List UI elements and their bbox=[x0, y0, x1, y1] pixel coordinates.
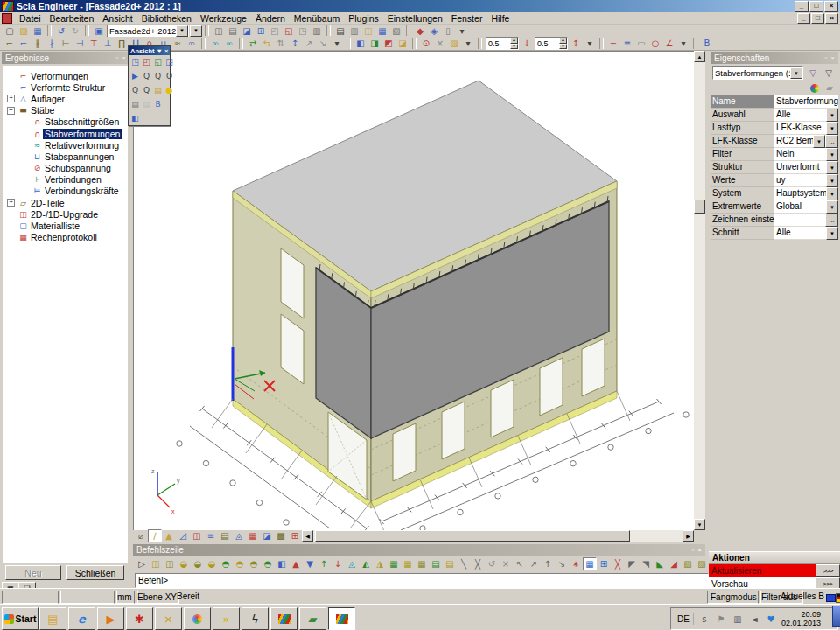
toolbar-icon[interactable]: × bbox=[433, 37, 447, 50]
winamp-icon[interactable]: ϟ bbox=[242, 607, 269, 630]
toolbar-icon[interactable]: ◣ bbox=[653, 557, 667, 570]
toolbar-icon[interactable]: ◩ bbox=[382, 37, 396, 50]
view-tool-icon[interactable]: ▤ bbox=[152, 84, 164, 96]
toolbar-icon[interactable]: ▤ bbox=[443, 557, 457, 570]
media-player-icon[interactable]: ▶ bbox=[97, 607, 124, 630]
toolbar-icon[interactable]: ◨ bbox=[368, 37, 382, 50]
toolbar-icon[interactable]: ⇆ bbox=[260, 37, 274, 50]
toolbar-icon[interactable]: ↗ bbox=[527, 557, 541, 570]
scale-spinner-1[interactable]: 0.5 ▲▼ bbox=[486, 37, 519, 50]
toolbar-icon[interactable]: ◧ bbox=[275, 557, 289, 570]
property-value[interactable]: uy bbox=[774, 174, 826, 187]
view-tool-icon[interactable]: Q bbox=[130, 84, 141, 96]
menu-item-hilfe[interactable]: Hilfe bbox=[486, 13, 514, 24]
toolbar-icon[interactable]: ▾ bbox=[455, 24, 469, 38]
toolbar-icon[interactable]: ◓ bbox=[233, 557, 247, 570]
scale-spinner-2[interactable]: 0.5 ▲▼ bbox=[535, 37, 568, 50]
toolbar-icon[interactable]: ▤ bbox=[429, 557, 443, 570]
toolbar-icon[interactable]: ▼ bbox=[303, 557, 317, 570]
open-icon[interactable]: ▨ bbox=[17, 24, 31, 38]
toolbar-icon[interactable]: ▨ bbox=[447, 37, 461, 50]
close-icon[interactable]: × bbox=[164, 47, 168, 55]
toolbar-icon[interactable]: ∏ bbox=[115, 37, 129, 50]
toolbar-icon[interactable]: ∦ bbox=[31, 37, 45, 50]
property-value[interactable] bbox=[774, 214, 825, 227]
project-combobox[interactable]: Fassade2d+ 2012 ▼ bbox=[107, 24, 189, 38]
red-app-icon[interactable]: ✱ bbox=[126, 607, 153, 630]
new-icon[interactable]: ▢ bbox=[3, 24, 17, 38]
toolbar-icon[interactable]: ⊙ bbox=[419, 37, 433, 50]
command-input[interactable]: Befehl> bbox=[135, 573, 709, 588]
scroll-up-icon[interactable]: ▲ bbox=[694, 51, 705, 62]
window-icon[interactable]: ▣ bbox=[92, 24, 106, 38]
toolbar-icon[interactable]: ◫ bbox=[163, 557, 177, 570]
pin-icon[interactable]: ▫ bbox=[824, 54, 827, 62]
menu-item-werkzeuge[interactable]: Werkzeuge bbox=[196, 13, 251, 24]
undo-icon[interactable]: ↺ bbox=[54, 24, 68, 38]
toolbar-icon[interactable]: ▾ bbox=[676, 37, 690, 50]
show-desktop-button[interactable] bbox=[832, 606, 840, 626]
toolbar-icon[interactable]: ↘ bbox=[555, 557, 569, 570]
expand-icon[interactable]: + bbox=[7, 199, 15, 206]
toolbar-icon[interactable]: ◬ bbox=[232, 529, 246, 542]
toolbar-icon[interactable]: ∕ bbox=[148, 529, 162, 542]
chevron-down-icon[interactable]: ▼ bbox=[826, 122, 838, 135]
chevron-down-icon[interactable]: ▼ bbox=[826, 227, 838, 240]
toolbar-icon[interactable]: ↓ bbox=[520, 37, 534, 50]
toolbar-icon[interactable]: ↓ bbox=[331, 557, 345, 570]
property-value[interactable]: RC2 Bem1 bbox=[774, 135, 813, 148]
toolbar-icon[interactable]: ▨ bbox=[695, 557, 709, 570]
view-tool-icon[interactable]: Q bbox=[152, 70, 164, 82]
toolbar-icon[interactable]: ▦ bbox=[401, 557, 415, 570]
toolbar-icon[interactable]: ∗ bbox=[569, 557, 583, 570]
menu-item-fenster[interactable]: Fenster bbox=[447, 13, 487, 24]
property-value[interactable]: Global bbox=[774, 200, 826, 214]
status-icon[interactable]: s bbox=[697, 612, 711, 626]
toolbar-icon[interactable]: ◒ bbox=[205, 557, 219, 570]
toolbar-icon[interactable]: ◪ bbox=[260, 529, 274, 542]
toolbar-icon[interactable]: ∞ bbox=[185, 37, 199, 50]
scroll-left-icon[interactable]: ◀ bbox=[302, 530, 313, 542]
close-icon[interactable]: × bbox=[830, 54, 835, 62]
tree-item-stbe[interactable]: −▬Stäbe bbox=[4, 105, 127, 116]
menu-item-plugins[interactable]: Plugins bbox=[344, 13, 382, 24]
menu-item-bearbeiten[interactable]: Bearbeiten bbox=[46, 13, 99, 24]
chevron-down-icon[interactable]: ▼ bbox=[826, 108, 838, 122]
scroll-down-icon[interactable]: ▼ bbox=[694, 519, 705, 530]
toolbar-icon[interactable]: ⊞ bbox=[254, 24, 268, 38]
toolbar-icon[interactable]: ↕ bbox=[288, 37, 302, 50]
toolbar-icon[interactable]: ▥ bbox=[347, 24, 361, 38]
model-viewport[interactable]: z y x bbox=[133, 51, 696, 532]
tree-item-2d1dupgrade[interactable]: ◫2D-/1D-Upgrade bbox=[4, 208, 127, 220]
toolbar-icon[interactable]: ◓ bbox=[247, 557, 261, 570]
redo-icon[interactable]: ↻ bbox=[68, 24, 82, 38]
property-value[interactable]: Alle bbox=[774, 227, 826, 240]
toolbar-icon[interactable]: ○ bbox=[648, 37, 662, 50]
combo-more-icon[interactable]: ▼ bbox=[190, 25, 202, 37]
view-tool-icon[interactable]: Q bbox=[141, 70, 152, 82]
toolbar-icon[interactable]: ⊣ bbox=[73, 37, 87, 50]
chevron-down-icon[interactable]: ▼ bbox=[826, 161, 838, 174]
toolbar-icon[interactable]: ◆ bbox=[413, 24, 427, 38]
toolbar-icon[interactable]: ⌐ bbox=[17, 37, 31, 50]
property-value[interactable]: Hauptsystem bbox=[774, 187, 826, 200]
property-value[interactable]: Nein bbox=[774, 148, 826, 161]
pin-icon[interactable]: ▫ bbox=[691, 546, 694, 554]
toolbar-icon[interactable]: ⇄ bbox=[246, 37, 260, 50]
toolbar-icon[interactable]: B bbox=[700, 37, 714, 50]
tree-item-relativverformung[interactable]: ≈Relativverformung bbox=[4, 139, 127, 150]
tree-item-stabspannungen[interactable]: ⊔Stabspannungen bbox=[4, 150, 127, 162]
close-panel-button[interactable]: Schließen bbox=[66, 565, 124, 580]
toolbar-icon[interactable]: ▥ bbox=[310, 24, 324, 38]
toolbar-icon[interactable]: ◪ bbox=[240, 24, 254, 38]
toolbar-icon[interactable]: ▦ bbox=[375, 24, 389, 38]
view-tool-icon[interactable]: ▤ bbox=[130, 98, 141, 110]
toolbar-icon[interactable]: − bbox=[606, 37, 620, 50]
toolbar-icon[interactable]: ▷ bbox=[135, 557, 149, 570]
toolbar-icon[interactable]: ▭ bbox=[634, 37, 648, 50]
scia-active-icon[interactable] bbox=[328, 607, 355, 630]
toolbar-icon[interactable]: ▾ bbox=[461, 37, 475, 50]
status-layer[interactable]: Ebene XY bbox=[134, 591, 179, 604]
toolbar-icon[interactable]: ◫ bbox=[361, 24, 375, 38]
menu-item-datei[interactable]: Datei bbox=[15, 13, 46, 24]
